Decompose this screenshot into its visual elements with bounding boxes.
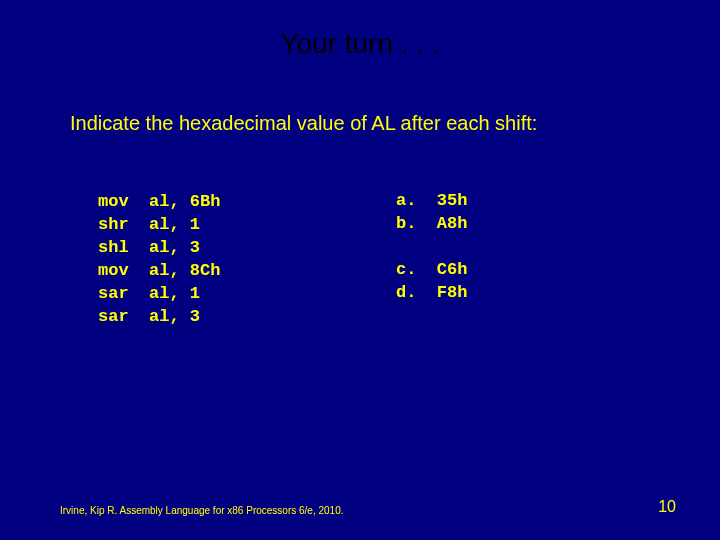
footer-citation: Irvine, Kip R. Assembly Language for x86… xyxy=(60,505,344,516)
code-line: sar al, 3 xyxy=(98,307,200,326)
code-line: sar al, 1 xyxy=(98,284,200,303)
slide: Your turn . . . Indicate the hexadecimal… xyxy=(0,0,720,540)
question-prompt: Indicate the hexadecimal value of AL aft… xyxy=(70,112,537,135)
code-line: mov al, 8Ch xyxy=(98,261,220,280)
code-line: shl al, 3 xyxy=(98,238,200,257)
code-line: shr al, 1 xyxy=(98,215,200,234)
code-block: mov al, 6Bh shr al, 1 shl al, 3 mov al, … xyxy=(98,168,220,329)
page-number: 10 xyxy=(658,498,676,516)
answers-block: a. 35h b. A8h c. C6h d. F8h xyxy=(396,190,467,305)
slide-title: Your turn . . . xyxy=(0,28,720,60)
code-line: mov al, 6Bh xyxy=(98,192,220,211)
